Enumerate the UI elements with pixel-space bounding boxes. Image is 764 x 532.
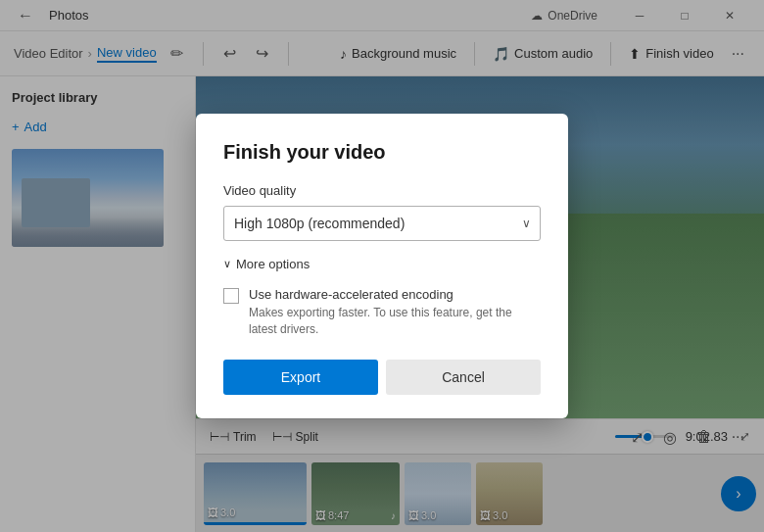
quality-label: Video quality	[223, 183, 541, 198]
finish-video-modal: Finish your video Video quality High 108…	[196, 114, 568, 418]
quality-select-wrapper: High 1080p (recommended) Medium 720p Low…	[223, 206, 541, 241]
modal-title: Finish your video	[223, 141, 541, 164]
more-options-chevron-icon: ∨	[223, 258, 231, 270]
checkbox-description: Makes exporting faster. To use this feat…	[249, 305, 541, 338]
hardware-encoding-option: Use hardware-accelerated encoding Makes …	[223, 287, 541, 338]
more-options-label: More options	[236, 257, 310, 271]
more-options-toggle[interactable]: ∨ More options	[223, 257, 310, 271]
export-button[interactable]: Export	[223, 360, 378, 395]
modal-buttons: Export Cancel	[223, 360, 541, 395]
cancel-button[interactable]: Cancel	[386, 360, 541, 395]
quality-select[interactable]: High 1080p (recommended) Medium 720p Low…	[223, 206, 541, 241]
hardware-encoding-checkbox[interactable]	[223, 288, 239, 304]
modal-backdrop[interactable]: Finish your video Video quality High 108…	[0, 0, 764, 532]
checkbox-text: Use hardware-accelerated encoding Makes …	[249, 287, 541, 338]
checkbox-label: Use hardware-accelerated encoding	[249, 287, 541, 302]
